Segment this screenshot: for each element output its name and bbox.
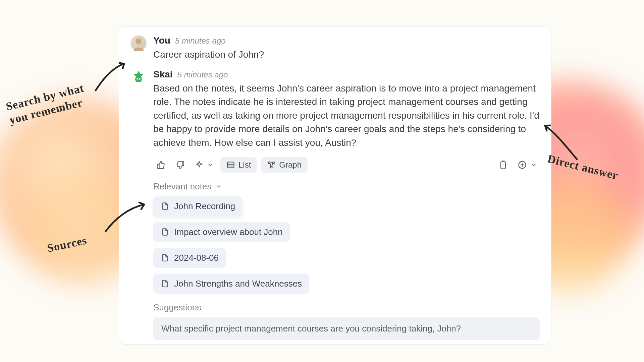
note-title: John Recording — [174, 201, 235, 212]
annotation-arrow — [102, 194, 149, 235]
graph-label: Graph — [279, 160, 302, 170]
thumbs-down-button[interactable] — [173, 157, 188, 173]
chat-card: You 5 minutes ago Career aspiration of J… — [119, 26, 551, 345]
note-item[interactable]: John Recording — [153, 196, 243, 216]
chevron-down-icon — [207, 162, 214, 168]
bot-timestamp: 5 minutes ago — [177, 70, 228, 79]
user-avatar — [130, 35, 147, 51]
document-icon — [161, 228, 169, 236]
annotation-arrow — [91, 57, 131, 97]
user-message: You 5 minutes ago Career aspiration of J… — [130, 35, 540, 62]
thumbs-down-icon — [176, 161, 185, 169]
svg-point-3 — [139, 78, 141, 80]
svg-point-2 — [137, 78, 138, 80]
response-toolbar: List Graph — [153, 157, 540, 173]
svg-rect-4 — [227, 162, 234, 168]
note-item[interactable]: 2024-08-06 — [153, 248, 226, 268]
list-icon — [226, 161, 235, 169]
suggestion-text: What specific project management courses… — [161, 323, 461, 334]
bot-avatar — [130, 69, 147, 85]
relevant-notes-label: Relevant notes — [153, 181, 211, 192]
clipboard-icon — [498, 160, 508, 170]
annotation-arrow — [540, 121, 584, 164]
note-title: 2024-08-06 — [174, 253, 219, 263]
note-title: John Strengths and Weaknesses — [174, 279, 302, 289]
svg-rect-10 — [501, 162, 505, 169]
thumbs-up-icon — [157, 161, 165, 169]
document-icon — [161, 202, 169, 210]
suggestions-label: Suggestions — [153, 302, 540, 313]
document-icon — [161, 253, 169, 262]
chevron-down-icon — [215, 183, 222, 190]
suggestion-item[interactable]: What specific project management courses… — [153, 317, 540, 340]
ai-action-button[interactable] — [192, 157, 216, 173]
chevron-down-icon — [530, 162, 537, 168]
thumbs-up-button[interactable] — [153, 157, 169, 173]
list-view-button[interactable]: List — [220, 157, 257, 173]
add-button[interactable] — [515, 157, 540, 173]
list-label: List — [238, 160, 251, 170]
bot-message: Skai 5 minutes ago Based on the notes, i… — [130, 69, 540, 340]
relevant-notes-toggle[interactable]: Relevant notes — [153, 181, 540, 192]
graph-icon — [267, 161, 276, 169]
svg-point-0 — [136, 39, 141, 44]
sparkle-icon — [195, 161, 204, 169]
note-title: Impact overview about John — [174, 227, 283, 237]
note-item[interactable]: Impact overview about John — [153, 222, 290, 242]
bot-message-text: Based on the notes, it seems John's care… — [153, 82, 540, 150]
bot-author: Skai — [153, 69, 173, 80]
user-author: You — [153, 35, 170, 46]
document-icon — [161, 279, 169, 288]
graph-view-button[interactable]: Graph — [261, 157, 308, 173]
relevant-notes-list: John Recording Impact overview about Joh… — [153, 196, 540, 294]
svg-rect-1 — [136, 76, 142, 82]
user-timestamp: 5 minutes ago — [175, 36, 226, 46]
user-message-text: Career aspiration of John? — [153, 48, 540, 62]
copy-button[interactable] — [495, 157, 511, 173]
note-item[interactable]: John Strengths and Weaknesses — [153, 274, 309, 294]
plus-circle-icon — [518, 160, 527, 170]
